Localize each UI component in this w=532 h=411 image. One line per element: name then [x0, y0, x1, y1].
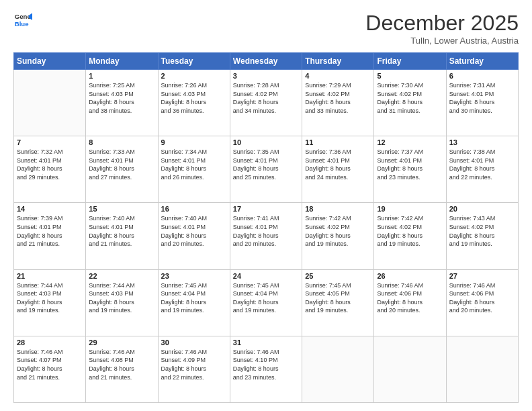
day-number: 15 — [89, 205, 154, 213]
table-row: 23Sunrise: 7:45 AMSunset: 4:04 PMDayligh… — [158, 269, 230, 336]
day-number: 31 — [233, 338, 299, 347]
table-row: 5Sunrise: 7:30 AMSunset: 4:02 PMDaylight… — [374, 70, 446, 136]
day-number: 22 — [89, 272, 154, 280]
day-info: Sunrise: 7:35 AMSunset: 4:01 PMDaylight:… — [233, 148, 299, 181]
day-info: Sunrise: 7:25 AMSunset: 4:03 PMDaylight:… — [89, 81, 154, 115]
col-monday: Monday — [86, 53, 158, 70]
table-row: 29Sunrise: 7:46 AMSunset: 4:08 PMDayligh… — [86, 336, 158, 402]
day-number: 9 — [161, 138, 227, 146]
table-row: 26Sunrise: 7:46 AMSunset: 4:06 PMDayligh… — [374, 269, 446, 336]
table-row: 28Sunrise: 7:46 AMSunset: 4:07 PMDayligh… — [14, 336, 86, 402]
day-number: 27 — [449, 272, 515, 280]
day-number: 2 — [161, 72, 227, 80]
day-info: Sunrise: 7:38 AMSunset: 4:01 PMDaylight:… — [449, 148, 515, 181]
table-row: 30Sunrise: 7:46 AMSunset: 4:09 PMDayligh… — [158, 336, 230, 402]
day-number: 1 — [89, 72, 154, 80]
table-row: 20Sunrise: 7:43 AMSunset: 4:02 PMDayligh… — [446, 203, 518, 269]
col-thursday: Thursday — [302, 53, 374, 70]
page: General Blue December 2025 Tulln, Lower … — [0, 0, 532, 411]
day-info: Sunrise: 7:26 AMSunset: 4:03 PMDaylight:… — [161, 81, 227, 115]
table-row: 9Sunrise: 7:34 AMSunset: 4:01 PMDaylight… — [158, 136, 230, 203]
table-row: 7Sunrise: 7:32 AMSunset: 4:01 PMDaylight… — [14, 136, 86, 203]
day-number: 24 — [233, 272, 299, 280]
day-info: Sunrise: 7:40 AMSunset: 4:01 PMDaylight:… — [161, 214, 227, 248]
table-row: 12Sunrise: 7:37 AMSunset: 4:01 PMDayligh… — [374, 136, 446, 203]
day-number: 4 — [305, 72, 371, 80]
day-info: Sunrise: 7:43 AMSunset: 4:02 PMDaylight:… — [449, 214, 515, 248]
day-info: Sunrise: 7:45 AMSunset: 4:04 PMDaylight:… — [233, 281, 299, 315]
col-saturday: Saturday — [446, 53, 518, 70]
day-number: 28 — [17, 338, 83, 347]
table-row: 13Sunrise: 7:38 AMSunset: 4:01 PMDayligh… — [446, 136, 518, 203]
calendar-week-row: 14Sunrise: 7:39 AMSunset: 4:01 PMDayligh… — [14, 203, 519, 269]
day-number: 13 — [449, 138, 515, 146]
day-number: 16 — [161, 205, 227, 213]
day-info: Sunrise: 7:32 AMSunset: 4:01 PMDaylight:… — [17, 148, 83, 181]
day-number: 26 — [377, 272, 443, 280]
day-info: Sunrise: 7:46 AMSunset: 4:09 PMDaylight:… — [161, 348, 227, 381]
svg-text:Blue: Blue — [15, 20, 29, 28]
day-number: 12 — [377, 138, 443, 146]
table-row: 3Sunrise: 7:28 AMSunset: 4:02 PMDaylight… — [230, 70, 302, 136]
day-info: Sunrise: 7:31 AMSunset: 4:01 PMDaylight:… — [449, 81, 515, 115]
title-block: December 2025 Tulln, Lower Austria, Aust… — [365, 11, 519, 46]
calendar-week-row: 1Sunrise: 7:25 AMSunset: 4:03 PMDaylight… — [14, 70, 519, 136]
day-info: Sunrise: 7:30 AMSunset: 4:02 PMDaylight:… — [377, 81, 443, 115]
header: General Blue December 2025 Tulln, Lower … — [13, 11, 519, 46]
table-row: 31Sunrise: 7:46 AMSunset: 4:10 PMDayligh… — [230, 336, 302, 402]
table-row: 10Sunrise: 7:35 AMSunset: 4:01 PMDayligh… — [230, 136, 302, 203]
day-number: 30 — [161, 338, 227, 347]
calendar: Sunday Monday Tuesday Wednesday Thursday… — [13, 52, 519, 403]
table-row: 14Sunrise: 7:39 AMSunset: 4:01 PMDayligh… — [14, 203, 86, 269]
day-number: 3 — [233, 72, 299, 80]
day-info: Sunrise: 7:46 AMSunset: 4:06 PMDaylight:… — [377, 281, 443, 315]
day-info: Sunrise: 7:45 AMSunset: 4:04 PMDaylight:… — [161, 281, 227, 315]
day-info: Sunrise: 7:28 AMSunset: 4:02 PMDaylight:… — [233, 81, 299, 115]
day-info: Sunrise: 7:37 AMSunset: 4:01 PMDaylight:… — [377, 148, 443, 181]
table-row — [302, 336, 374, 402]
day-number: 23 — [161, 272, 227, 280]
table-row — [374, 336, 446, 402]
day-number: 10 — [233, 138, 299, 146]
table-row: 17Sunrise: 7:41 AMSunset: 4:01 PMDayligh… — [230, 203, 302, 269]
day-number: 19 — [377, 205, 443, 213]
table-row — [446, 336, 518, 402]
col-wednesday: Wednesday — [230, 53, 302, 70]
day-number: 14 — [17, 205, 83, 213]
day-number: 11 — [305, 138, 371, 146]
table-row: 6Sunrise: 7:31 AMSunset: 4:01 PMDaylight… — [446, 70, 518, 136]
day-info: Sunrise: 7:46 AMSunset: 4:07 PMDaylight:… — [17, 348, 83, 381]
table-row: 19Sunrise: 7:42 AMSunset: 4:02 PMDayligh… — [374, 203, 446, 269]
logo: General Blue — [13, 11, 32, 30]
table-row: 1Sunrise: 7:25 AMSunset: 4:03 PMDaylight… — [86, 70, 158, 136]
day-info: Sunrise: 7:42 AMSunset: 4:02 PMDaylight:… — [305, 214, 371, 248]
day-info: Sunrise: 7:44 AMSunset: 4:03 PMDaylight:… — [17, 281, 83, 315]
day-info: Sunrise: 7:42 AMSunset: 4:02 PMDaylight:… — [377, 214, 443, 248]
day-info: Sunrise: 7:46 AMSunset: 4:08 PMDaylight:… — [89, 348, 154, 381]
day-info: Sunrise: 7:33 AMSunset: 4:01 PMDaylight:… — [89, 148, 154, 181]
day-number: 8 — [89, 138, 154, 146]
location: Tulln, Lower Austria, Austria — [365, 36, 519, 46]
day-info: Sunrise: 7:46 AMSunset: 4:10 PMDaylight:… — [233, 348, 299, 381]
day-info: Sunrise: 7:44 AMSunset: 4:03 PMDaylight:… — [89, 281, 154, 315]
col-tuesday: Tuesday — [158, 53, 230, 70]
logo-icon: General Blue — [13, 11, 32, 30]
table-row: 2Sunrise: 7:26 AMSunset: 4:03 PMDaylight… — [158, 70, 230, 136]
day-number: 25 — [305, 272, 371, 280]
table-row: 24Sunrise: 7:45 AMSunset: 4:04 PMDayligh… — [230, 269, 302, 336]
day-info: Sunrise: 7:29 AMSunset: 4:02 PMDaylight:… — [305, 81, 371, 115]
table-row: 27Sunrise: 7:46 AMSunset: 4:06 PMDayligh… — [446, 269, 518, 336]
day-info: Sunrise: 7:40 AMSunset: 4:01 PMDaylight:… — [89, 214, 154, 248]
table-row: 16Sunrise: 7:40 AMSunset: 4:01 PMDayligh… — [158, 203, 230, 269]
day-info: Sunrise: 7:36 AMSunset: 4:01 PMDaylight:… — [305, 148, 371, 181]
table-row: 25Sunrise: 7:45 AMSunset: 4:05 PMDayligh… — [302, 269, 374, 336]
table-row: 8Sunrise: 7:33 AMSunset: 4:01 PMDaylight… — [86, 136, 158, 203]
calendar-week-row: 7Sunrise: 7:32 AMSunset: 4:01 PMDaylight… — [14, 136, 519, 203]
day-number: 7 — [17, 138, 83, 146]
header-row: Sunday Monday Tuesday Wednesday Thursday… — [14, 53, 519, 70]
day-number: 18 — [305, 205, 371, 213]
month-title: December 2025 — [365, 11, 519, 36]
day-number: 5 — [377, 72, 443, 80]
day-number: 20 — [449, 205, 515, 213]
table-row: 4Sunrise: 7:29 AMSunset: 4:02 PMDaylight… — [302, 70, 374, 136]
